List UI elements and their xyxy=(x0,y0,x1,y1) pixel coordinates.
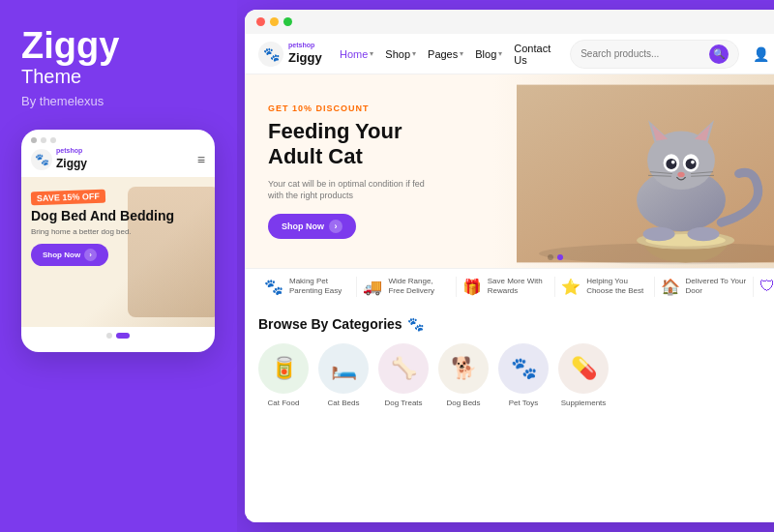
delivery-icon: 🚚 xyxy=(363,278,382,296)
category-circle-2: 🛏️ xyxy=(318,343,369,394)
mobile-shop-now-button[interactable]: Shop Now › xyxy=(31,244,108,266)
right-panel: 🐾 petshop Ziggy Home▾ Shop▾ Pages▾ Blog▾ xyxy=(237,0,774,532)
category-item-1[interactable]: 🥫 Cat Food xyxy=(258,343,309,407)
hero-dot-2[interactable] xyxy=(557,254,563,260)
nav-item-pages[interactable]: Pages▾ xyxy=(428,48,463,60)
category-item-4[interactable]: 🐕 Dog Beds xyxy=(438,343,489,407)
hero-description: Your cat will be in optimal condition if… xyxy=(268,178,434,202)
mobile-logo: 🐾 petshop Ziggy xyxy=(31,147,87,171)
category-label-6: Supplements xyxy=(561,399,607,407)
mobile-logo-icon: 🐾 xyxy=(31,149,52,170)
mobile-hero-sub: Bring home a better dog bed. xyxy=(31,227,205,236)
brand-by: By themelexus xyxy=(21,94,104,108)
hero-shop-now-button[interactable]: Shop Now › xyxy=(268,214,356,239)
hero-discount-label: GET 10% DISCOUNT xyxy=(268,103,434,113)
mobile-nav: 🐾 petshop Ziggy ≡ xyxy=(21,147,215,177)
features-bar: 🐾 Making Pet Parenting Easy 🚚 Wide Range… xyxy=(245,268,774,305)
feature-text-5: Delivered To Your Door xyxy=(686,277,747,297)
search-button[interactable]: 🔍 xyxy=(709,44,729,64)
category-item-6[interactable]: 💊 Supplements xyxy=(558,343,609,407)
mobile-dot-1 xyxy=(31,137,37,143)
nav-item-home[interactable]: Home▾ xyxy=(340,48,373,60)
svg-point-14 xyxy=(686,159,697,169)
category-item-5[interactable]: 🐾 Pet Toys xyxy=(498,343,549,407)
mobile-pagination xyxy=(21,327,215,342)
nav-item-contact[interactable]: Contact Us xyxy=(514,43,551,66)
svg-point-17 xyxy=(678,172,685,178)
mobile-logo-text: petshop Ziggy xyxy=(56,147,87,171)
hero-arrow-icon: › xyxy=(329,220,342,233)
feature-item-1: 🐾 Making Pet Parenting Easy xyxy=(258,277,357,297)
mobile-logo-brand: Ziggy xyxy=(56,157,87,170)
svg-point-15 xyxy=(671,161,675,164)
hero-content: GET 10% DISCOUNT Feeding Your Adult Cat … xyxy=(245,86,458,256)
mobile-mockup: 🐾 petshop Ziggy ≡ SAVE 15% OFF Dog Bed A… xyxy=(21,130,215,352)
user-icon[interactable]: 👤 xyxy=(753,46,769,62)
svg-point-22 xyxy=(643,227,675,242)
mobile-dot-3 xyxy=(50,137,56,143)
search-input[interactable] xyxy=(580,48,703,59)
svg-point-16 xyxy=(691,161,695,164)
nav-item-blog[interactable]: Blog▾ xyxy=(475,48,502,60)
mobile-titlebar-dots xyxy=(21,130,215,147)
mobile-logo-sub: petshop xyxy=(56,147,87,154)
star-icon: ⭐ xyxy=(561,278,580,296)
nav-actions: 👤 ♡ 0 🛒 0 $0.00 xyxy=(753,45,774,63)
mobile-hero-title: Dog Bed And Bedding xyxy=(31,208,205,224)
site-logo-icon: 🐾 xyxy=(258,42,283,67)
feature-item-5: 🏠 Delivered To Your Door xyxy=(655,277,754,297)
browse-header: Browse By Categories 🐾 ‹ › xyxy=(258,314,774,334)
browse-title: Browse By Categories 🐾 xyxy=(258,316,424,332)
category-label-5: Pet Toys xyxy=(509,399,539,407)
mobile-save-badge: SAVE 15% OFF xyxy=(31,190,105,206)
browser-minimize-button[interactable] xyxy=(270,17,279,26)
site-logo-brand: Ziggy xyxy=(288,50,322,65)
browser-maximize-button[interactable] xyxy=(283,17,292,26)
site-logo-text-wrap: petshop Ziggy xyxy=(288,42,322,66)
category-label-3: Dog Treats xyxy=(384,399,422,407)
site-logo-sub: petshop xyxy=(288,42,322,48)
feature-text-3: Save More With Rewards xyxy=(488,277,549,297)
nav-search-bar[interactable]: 🔍 xyxy=(570,40,739,69)
hero-cat-image xyxy=(507,74,774,268)
mobile-page-dot-1 xyxy=(106,333,112,339)
category-circle-1: 🥫 xyxy=(258,343,309,394)
browser-titlebar xyxy=(245,10,774,34)
browse-title-paw-icon: 🐾 xyxy=(407,316,424,332)
category-label-1: Cat Food xyxy=(268,399,300,407)
mobile-shop-arrow-icon: › xyxy=(84,249,97,261)
brand-title: Ziggy xyxy=(21,27,119,64)
browser-window: 🐾 petshop Ziggy Home▾ Shop▾ Pages▾ Blog▾ xyxy=(245,10,774,522)
paw-icon: 🐾 xyxy=(264,278,283,296)
mobile-menu-icon[interactable]: ≡ xyxy=(197,152,205,167)
feature-item-4: ⭐ Helping You Choose the Best xyxy=(555,277,654,297)
feature-text-1: Making Pet Parenting Easy xyxy=(289,277,350,297)
feature-text-4: Helping You Choose the Best xyxy=(586,277,647,297)
browser-close-button[interactable] xyxy=(256,17,265,26)
left-panel: Ziggy Theme By themelexus 🐾 petshop Zigg… xyxy=(0,0,237,532)
category-item-3[interactable]: 🦴 Dog Treats xyxy=(378,343,429,407)
category-circle-6: 💊 xyxy=(558,343,609,394)
feature-item-2: 🚚 Wide Range, Free Delivery xyxy=(357,277,456,297)
svg-point-23 xyxy=(688,227,720,242)
site-navbar: 🐾 petshop Ziggy Home▾ Shop▾ Pages▾ Blog▾ xyxy=(245,34,774,74)
category-list: 🥫 Cat Food 🛏️ Cat Beds 🦴 Dog Treats 🐕 Do… xyxy=(258,343,774,407)
category-item-2[interactable]: 🛏️ Cat Beds xyxy=(318,343,369,407)
feature-item-6: 🛡 100% Protected By Paypal xyxy=(754,277,774,297)
gift-icon: 🎁 xyxy=(462,278,482,296)
category-label-4: Dog Beds xyxy=(446,399,480,407)
cat-svg xyxy=(517,79,774,268)
mobile-page-dot-2 xyxy=(116,333,130,339)
hero-title: Feeding Your Adult Cat xyxy=(268,119,434,170)
hero-dot-1[interactable] xyxy=(548,254,553,260)
category-circle-4: 🐕 xyxy=(438,343,489,394)
category-circle-3: 🦴 xyxy=(378,343,429,394)
mobile-dot-2 xyxy=(41,137,46,143)
feature-text-2: Wide Range, Free Delivery xyxy=(388,277,449,297)
category-label-2: Cat Beds xyxy=(328,399,360,407)
browse-section: Browse By Categories 🐾 ‹ › 🥫 Cat Food 🛏️… xyxy=(245,305,774,522)
nav-item-shop[interactable]: Shop▾ xyxy=(385,48,416,60)
home-icon: 🏠 xyxy=(661,278,680,296)
hero-pagination-dots xyxy=(548,254,563,260)
nav-items: Home▾ Shop▾ Pages▾ Blog▾ Contact Us xyxy=(340,43,551,66)
